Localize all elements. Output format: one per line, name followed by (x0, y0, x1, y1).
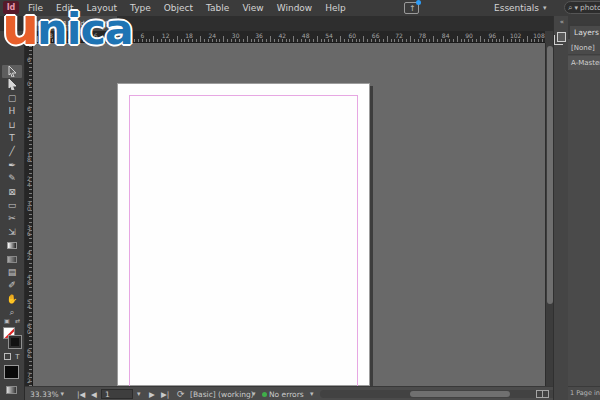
horizontal-ruler[interactable]: 2418126061218243036424854606672788490961… (33, 31, 545, 43)
gap-tool[interactable]: H (2, 105, 22, 118)
menu-item-edit[interactable]: Edit (56, 3, 73, 13)
ruler-tick (29, 128, 32, 129)
menu-item-object[interactable]: Object (164, 3, 193, 13)
close-icon[interactable]: × (115, 19, 122, 28)
line-tool[interactable]: ╱ (2, 145, 22, 158)
menu-item-type[interactable]: Type (130, 3, 151, 13)
ruler-tick (523, 39, 524, 42)
pasteboard[interactable] (33, 43, 545, 386)
formatting-text-icon[interactable]: T (15, 353, 19, 362)
search-input[interactable]: ⌕ ▾ photo (564, 1, 600, 14)
formatting-affects-row[interactable]: T (2, 353, 22, 362)
previous-page-button[interactable]: ◀ (91, 387, 97, 400)
ruler-tick (165, 39, 166, 42)
scissors-tool[interactable]: ✂ (2, 212, 22, 225)
free-transform-tool[interactable]: ⇲ (2, 226, 22, 239)
ruler-tick (363, 36, 364, 42)
ruler-tick (429, 39, 430, 42)
status-green-dot (262, 392, 267, 397)
ruler-tick (511, 39, 512, 42)
ruler-tick (235, 39, 236, 42)
ruler-tick (173, 39, 174, 42)
pencil-tool[interactable]: ✎ (2, 172, 22, 185)
vertical-ruler[interactable]: 6061 21 82 43 03 64 24 85 46 06 67 27 8 (25, 43, 33, 386)
chevron-down-icon[interactable]: ▾ (252, 387, 256, 400)
selection-tool[interactable] (2, 65, 22, 78)
page-tool[interactable]: ▢ (2, 92, 22, 105)
ruler-tick (29, 210, 32, 211)
note-tool[interactable]: ▤ (2, 266, 22, 279)
ruler-origin-box[interactable] (25, 31, 33, 43)
first-page-button[interactable]: |◀ (77, 387, 85, 400)
rectangle-frame-tool[interactable]: ⊠ (2, 186, 22, 199)
ruler-tick (29, 54, 32, 55)
indesign-app-icon[interactable]: Id (3, 1, 19, 14)
hand-tool[interactable]: ✋ (2, 293, 22, 306)
apply-color-button[interactable] (4, 365, 19, 379)
last-page-button[interactable]: ▶| (161, 387, 169, 400)
horizontal-scrollbar[interactable] (320, 390, 558, 398)
vertical-scrollbar[interactable] (545, 43, 553, 386)
menu-item-table[interactable]: Table (206, 3, 229, 13)
ruler-tick (503, 36, 504, 42)
formatting-container-icon[interactable] (4, 353, 11, 360)
menu-item-help[interactable]: Help (325, 3, 346, 13)
ruler-label: 6 (94, 32, 98, 39)
rectangle-tool[interactable]: ▭ (2, 199, 22, 212)
side-panel: Layers [None] A-Master 1 Page in (568, 24, 600, 400)
pen-tool[interactable]: ✒ (2, 159, 22, 172)
workspace-switcher[interactable]: Essentials ▾ (494, 1, 547, 15)
ruler-tick (29, 299, 32, 300)
menu-item-layout[interactable]: Layout (87, 3, 118, 13)
zoom-tool[interactable]: ⌕ (2, 306, 22, 319)
document-tab[interactable]: *Untitled-1.indd @ 50% × (25, 16, 117, 31)
gradient-feather-tool[interactable] (2, 253, 22, 266)
ruler-tick (464, 39, 465, 42)
margin-guides (129, 95, 358, 386)
ruler-label: 72 (395, 32, 403, 39)
preflight-status: No errors (262, 387, 304, 400)
ruler-tick (126, 39, 127, 42)
next-page-button[interactable]: ▶ (149, 387, 155, 400)
stroke-swatch[interactable] (9, 336, 21, 348)
apply-gradient-button[interactable] (6, 386, 17, 394)
eyedropper-tool[interactable]: ✐ (2, 279, 22, 292)
ruler-tick (531, 39, 532, 42)
ruler-tick (507, 39, 508, 42)
zoom-level-dropdown[interactable]: 33.33% ▾ (30, 387, 64, 400)
ruler-label: 0 (117, 32, 121, 39)
master-page-item-a-master[interactable]: A-Master (568, 56, 600, 70)
page-dropdown-icon[interactable]: ▾ (137, 387, 141, 400)
preflight-icon[interactable]: ⟳ (177, 387, 185, 400)
menu-item-view[interactable]: View (242, 3, 263, 13)
ruler-tick (270, 36, 271, 42)
direct-selection-tool[interactable] (2, 78, 22, 91)
ruler-tick (29, 185, 32, 186)
menu-item-window[interactable]: Window (277, 3, 313, 13)
menu-item-file[interactable]: File (28, 3, 43, 13)
content-collector-tool[interactable]: ⊔ (2, 119, 22, 132)
ruler-tick (146, 39, 147, 42)
pages-panel-icon[interactable] (557, 32, 566, 42)
master-page-item-none[interactable]: [None] (568, 41, 600, 55)
spread-view-icon[interactable] (536, 390, 549, 398)
gradient-swatch-tool[interactable] (2, 239, 22, 252)
horizontal-scrollbar-thumb[interactable] (410, 391, 510, 397)
share-icon[interactable]: ↑ (404, 2, 419, 14)
ruler-tick (212, 39, 213, 42)
document-page[interactable] (117, 83, 370, 386)
ruler-tick (352, 39, 353, 42)
ruler-tick (111, 39, 112, 42)
ruler-tick (29, 340, 32, 341)
page-number-field[interactable]: 1 (101, 389, 133, 399)
ruler-tick (29, 344, 32, 345)
ruler-tick (29, 291, 32, 292)
collapse-panels-icon[interactable]: « (556, 18, 568, 26)
type-tool[interactable]: T (2, 132, 22, 145)
ruler-tick (29, 283, 32, 284)
panel-tab-layers[interactable]: Layers (570, 26, 600, 39)
panel-dock-column: « (553, 16, 568, 400)
ruler-tick (367, 39, 368, 42)
chevron-down-icon[interactable]: ▾ (310, 387, 314, 400)
ruler-tick (441, 39, 442, 42)
